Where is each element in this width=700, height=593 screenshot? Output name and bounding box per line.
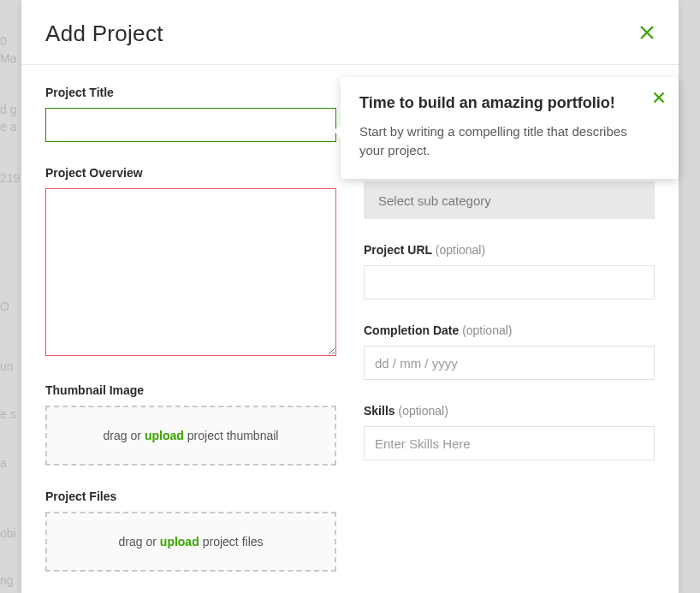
project-title-field: Project Title [45, 86, 336, 142]
project-files-field: Project Files drag or upload project fil… [45, 489, 336, 572]
thumbnail-drag-suffix: project thumbnail [187, 429, 279, 442]
modal-title: Add Project [45, 21, 163, 47]
skills-input[interactable] [364, 426, 655, 460]
thumbnail-label: Thumbnail Image [45, 383, 336, 397]
tooltip-close-icon[interactable] [653, 91, 665, 106]
skills-field: Skills (optional) [364, 404, 655, 460]
skills-label: Skills (optional) [364, 404, 655, 418]
tooltip-arrow [334, 123, 341, 139]
project-files-dropzone[interactable]: drag or upload project files [45, 512, 336, 572]
completion-date-input[interactable] [364, 346, 655, 380]
project-url-field: Project URL (optional) [364, 243, 655, 299]
project-overview-textarea[interactable] [45, 188, 336, 356]
project-overview-label: Project Overview [45, 166, 336, 180]
left-column: Project Title Project Overview Thumbnail… [45, 86, 336, 572]
files-drag-suffix: project files [203, 535, 264, 549]
subcategory-field: Select sub category [364, 181, 655, 219]
files-upload-link[interactable]: upload [160, 535, 199, 549]
project-overview-field: Project Overview [45, 166, 336, 359]
project-url-input[interactable] [364, 265, 655, 299]
completion-date-field: Completion Date (optional) [364, 323, 655, 380]
subcategory-select: Select sub category [364, 181, 655, 219]
onboarding-tooltip: Time to build an amazing portfolio! Star… [341, 77, 679, 179]
project-files-label: Project Files [45, 489, 336, 503]
files-drag-prefix: drag or [118, 535, 156, 549]
close-icon[interactable] [639, 25, 655, 44]
thumbnail-drag-prefix: drag or [104, 429, 141, 442]
modal-header: Add Project [21, 0, 679, 65]
tooltip-title: Time to build an amazing portfolio! [359, 94, 638, 112]
subcategory-placeholder: Select sub category [378, 193, 491, 208]
completion-date-label: Completion Date (optional) [364, 323, 655, 337]
thumbnail-dropzone[interactable]: drag or upload project thumbnail [45, 406, 336, 466]
project-url-label: Project URL (optional) [364, 243, 655, 257]
project-title-label: Project Title [45, 86, 336, 99]
thumbnail-field: Thumbnail Image drag or upload project t… [45, 383, 336, 466]
project-title-input[interactable] [45, 108, 336, 142]
thumbnail-upload-link[interactable]: upload [145, 429, 184, 442]
tooltip-body: Start by writing a compelling title that… [359, 122, 638, 160]
